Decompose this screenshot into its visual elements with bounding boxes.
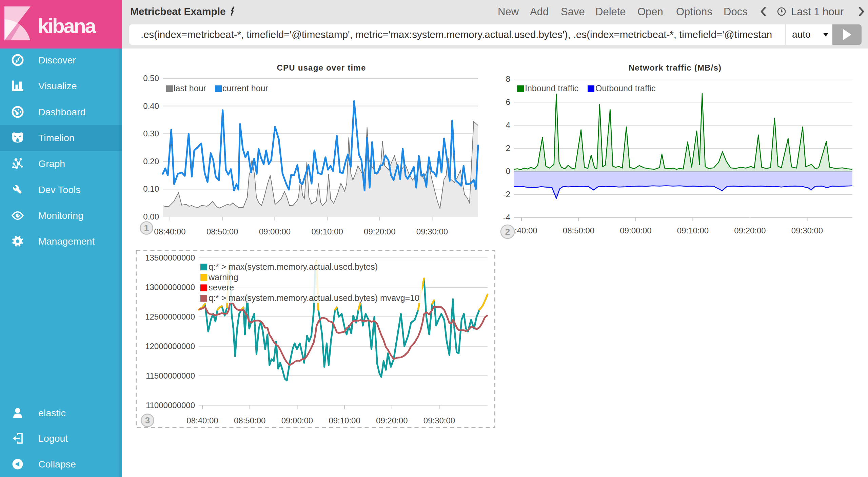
- svg-text:08:50:00: 08:50:00: [563, 226, 594, 235]
- svg-text:0: 0: [506, 167, 510, 176]
- svg-text:09:00:00: 09:00:00: [281, 416, 313, 425]
- svg-text:last hour: last hour: [174, 83, 206, 93]
- svg-text:CPU usage over time: CPU usage over time: [277, 63, 366, 72]
- svg-text:09:30:00: 09:30:00: [791, 226, 823, 235]
- svg-text:12500000000: 12500000000: [145, 312, 195, 321]
- svg-text:0.20: 0.20: [143, 157, 159, 166]
- svg-text:8: 8: [506, 74, 510, 83]
- svg-text:13500000000: 13500000000: [145, 253, 195, 262]
- svg-text:09:30:00: 09:30:00: [416, 227, 448, 236]
- svg-text:09:00:00: 09:00:00: [259, 227, 291, 236]
- svg-text:0.30: 0.30: [143, 129, 159, 138]
- svg-text:current hour: current hour: [222, 83, 268, 93]
- svg-text:11500000000: 11500000000: [146, 371, 195, 380]
- svg-text:09:20:00: 09:20:00: [364, 227, 395, 236]
- svg-text:-4: -4: [503, 213, 510, 222]
- svg-text:09:20:00: 09:20:00: [376, 416, 408, 425]
- svg-text:09:10:00: 09:10:00: [677, 226, 709, 235]
- svg-text:Inbound traffic: Inbound traffic: [525, 83, 578, 93]
- svg-text:12000000000: 12000000000: [145, 342, 195, 351]
- svg-text:09:20:00: 09:20:00: [734, 226, 766, 235]
- svg-text:0.00: 0.00: [143, 212, 159, 221]
- svg-text:08:40:00: 08:40:00: [154, 227, 185, 236]
- svg-text:09:00:00: 09:00:00: [620, 226, 651, 235]
- svg-text:q:* > max(system.memory.actual: q:* > max(system.memory.actual.used.byte…: [209, 262, 378, 271]
- svg-text:0.50: 0.50: [143, 74, 159, 83]
- svg-text:q:* > max(system.memory.actual: q:* > max(system.memory.actual.used.byte…: [209, 293, 419, 303]
- svg-text:09:10:00: 09:10:00: [329, 416, 360, 425]
- svg-text:11000000000: 11000000000: [146, 401, 195, 410]
- svg-text:-2: -2: [503, 190, 510, 199]
- svg-text:Outbound traffic: Outbound traffic: [595, 83, 655, 93]
- svg-text:severe: severe: [209, 283, 234, 292]
- svg-text:warning: warning: [208, 272, 238, 282]
- svg-text:6: 6: [506, 97, 510, 107]
- svg-text:2: 2: [505, 227, 510, 237]
- svg-text:09:30:00: 09:30:00: [423, 416, 455, 425]
- svg-text:0.10: 0.10: [143, 184, 159, 193]
- svg-text:08:50:00: 08:50:00: [234, 416, 265, 425]
- svg-text:4: 4: [506, 120, 510, 130]
- svg-text:13000000000: 13000000000: [145, 283, 195, 292]
- svg-text:Network traffic (MB/s): Network traffic (MB/s): [629, 63, 722, 72]
- svg-text:3: 3: [145, 415, 150, 425]
- svg-text:09:10:00: 09:10:00: [311, 227, 343, 236]
- svg-text:1: 1: [144, 223, 149, 233]
- svg-text:08:50:00: 08:50:00: [206, 227, 238, 236]
- svg-text:2: 2: [506, 144, 510, 153]
- svg-text:0.40: 0.40: [143, 101, 159, 111]
- svg-text:08:40:00: 08:40:00: [186, 416, 218, 425]
